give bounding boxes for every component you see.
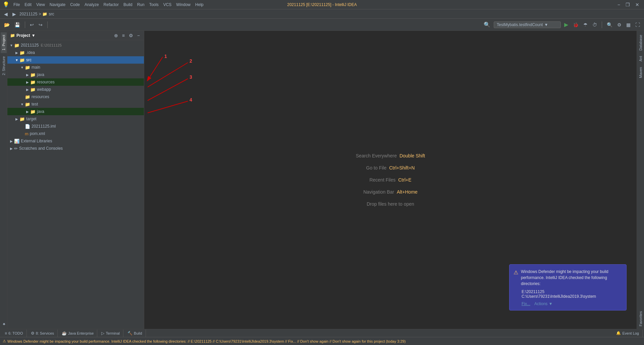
menu-file[interactable]: File xyxy=(11,2,22,8)
tree-item-iml[interactable]: 📄 20211125.iml xyxy=(7,123,144,130)
tree-arrow-webapp[interactable]: ▶ xyxy=(25,88,30,91)
minimize-button[interactable]: − xyxy=(615,1,622,8)
bottom-tab-terminal[interactable]: ▷ Terminal xyxy=(98,330,123,337)
tree-arrow-20211125[interactable]: ▼ xyxy=(9,44,14,47)
expand-button[interactable]: ⛶ xyxy=(634,21,641,29)
tree-item-java-test[interactable]: ▶ 📁 java xyxy=(7,108,144,115)
notification-dir-2: C:\Users\79231\IntelliJIdea2019.3\system xyxy=(522,294,622,299)
panel-settings-button[interactable]: ⚙ xyxy=(127,32,135,39)
hint-goto-shortcut: Ctrl+Shift+N xyxy=(389,165,415,170)
menu-view[interactable]: View xyxy=(34,2,47,8)
tree-label-src: src xyxy=(26,58,32,62)
bottom-tab-todo-label: 6: TODO xyxy=(8,331,23,335)
menu-code[interactable]: Code xyxy=(68,2,82,8)
maximize-button[interactable]: ❐ xyxy=(624,1,632,8)
panel-locate-button[interactable]: ⊕ xyxy=(113,32,119,39)
panel-collapse-button[interactable]: ≡ xyxy=(121,32,126,39)
menu-refactor[interactable]: Refactor xyxy=(102,2,121,8)
tree-item-webapp[interactable]: ▶ 📁 webapp xyxy=(7,86,144,93)
menu-tools[interactable]: Tools xyxy=(147,2,161,8)
search-button[interactable]: 🔍 xyxy=(605,21,614,29)
menu-navigate[interactable]: Navigate xyxy=(48,2,67,8)
title-bar-left: 💡 File Edit View Navigate Code Analyze R… xyxy=(3,1,206,8)
tree-item-pom[interactable]: m pom.xml xyxy=(7,130,144,137)
sidebar-item-project[interactable]: 1: Project xyxy=(1,32,7,53)
tree-item-resources-src[interactable]: 📁 resources xyxy=(7,93,144,100)
bottom-tab-services[interactable]: ⚙ 8: Services xyxy=(28,330,58,337)
sidebar-item-database[interactable]: Database xyxy=(638,32,644,53)
toolbar-redo-button[interactable]: ↪ xyxy=(37,21,44,29)
nav-forward-button[interactable]: ▶ xyxy=(11,10,17,18)
coverage-button[interactable]: ☂ xyxy=(582,21,589,29)
menu-bar[interactable]: File Edit View Navigate Code Analyze Ref… xyxy=(11,2,206,8)
breadcrumb-project[interactable]: 20211125 xyxy=(19,12,37,16)
tree-item-test[interactable]: ▼ 📁 test xyxy=(7,100,144,108)
run-config-selector[interactable]: TestMybatis.testfindCount ▼ xyxy=(494,21,561,28)
hint-goto-text: Go to File xyxy=(366,165,387,170)
run-config-dropdown-icon[interactable]: ▼ xyxy=(544,22,548,27)
services-icon: ⚙ xyxy=(31,331,35,336)
panel-title-dropdown[interactable]: ▼ xyxy=(32,33,36,38)
menu-vcs[interactable]: VCS xyxy=(161,2,174,8)
layout-button[interactable]: ▦ xyxy=(625,21,632,29)
menu-analyze[interactable]: Analyze xyxy=(83,2,101,8)
bottom-tab-build[interactable]: 🔨 Build xyxy=(124,330,146,337)
tree-item-target[interactable]: ▶ 📁 target xyxy=(7,115,144,123)
main-layout: 1: Project 2: Structure ★ 📁 Project ▼ ⊕ … xyxy=(0,31,644,329)
tree-item-src[interactable]: ▼ 📁 src xyxy=(7,56,144,64)
sidebar-item-favorites[interactable]: ★ xyxy=(0,319,7,329)
run-button[interactable]: ▶ xyxy=(563,20,570,29)
project-tree[interactable]: ▼ 📁 20211125 E:\20211125 ▶ 📁 .idea ▼ 📁 s… xyxy=(7,40,144,329)
bottom-tab-todo[interactable]: ≡ 6: TODO xyxy=(1,330,27,337)
tree-item-scratches[interactable]: ▶ ✏ Scratches and Consoles xyxy=(7,145,144,152)
tree-item-idea[interactable]: ▶ 📁 .idea xyxy=(7,49,144,56)
menu-run[interactable]: Run xyxy=(135,2,147,8)
notification-text: Windows Defender might be impacting your… xyxy=(521,269,622,287)
sidebar-item-structure[interactable]: 2: Structure xyxy=(1,54,7,78)
tree-arrow-ext-libs[interactable]: ▶ xyxy=(9,139,14,143)
toolbar-save-button[interactable]: 💾 xyxy=(13,21,21,29)
tree-arrow-idea[interactable]: ▶ xyxy=(14,51,19,55)
sidebar-item-favorites-right[interactable]: Favorites xyxy=(638,308,644,329)
tree-item-external-libraries[interactable]: ▶ 📊 External Libraries xyxy=(7,137,144,145)
toolbar-separator-2 xyxy=(47,21,48,28)
close-button[interactable]: ✕ xyxy=(633,1,641,8)
tree-item-20211125[interactable]: ▼ 📁 20211125 E:\20211125 xyxy=(7,42,144,49)
menu-help[interactable]: Help xyxy=(193,2,206,8)
bottom-tab-java-enterprise[interactable]: ☕ Java Enterprise xyxy=(58,330,97,337)
tree-item-main[interactable]: ▼ 📁 main xyxy=(7,64,144,71)
bottom-tab-services-label: 8: Services xyxy=(36,331,54,335)
tree-arrow-scratches[interactable]: ▶ xyxy=(9,147,14,150)
tree-arrow-src[interactable]: ▼ xyxy=(14,58,19,62)
tree-label-20211125: 20211125 xyxy=(21,43,39,48)
toolbar-open-button[interactable]: 📂 xyxy=(3,21,11,29)
tree-arrow-resources-main[interactable]: ▶ xyxy=(25,80,30,84)
settings-button[interactable]: ⚙ xyxy=(616,21,623,29)
toolbar-undo-button[interactable]: ↩ xyxy=(29,21,35,29)
tree-item-java-main[interactable]: ▶ 📁 java xyxy=(7,71,144,78)
tree-arrow-java-test[interactable]: ▶ xyxy=(25,110,30,114)
bottom-tab-event-log[interactable]: 🔔 Event Log xyxy=(613,330,643,337)
notification-actions-link[interactable]: Actions ▼ xyxy=(534,301,553,306)
tree-arrow-java-main[interactable]: ▶ xyxy=(25,73,30,77)
menu-edit[interactable]: Edit xyxy=(22,2,34,8)
menu-window[interactable]: Window xyxy=(174,2,193,8)
notification-dirs: E:\20211125 C:\Users\79231\IntelliJIdea2… xyxy=(522,289,622,299)
notification-fix-link[interactable]: Fix... xyxy=(522,301,530,306)
sidebar-item-maven[interactable]: Maven xyxy=(638,64,644,81)
tree-arrow-target[interactable]: ▶ xyxy=(14,117,19,121)
menu-build[interactable]: Build xyxy=(121,2,135,8)
window-controls[interactable]: − ❐ ✕ xyxy=(615,1,641,8)
tree-arrow-main[interactable]: ▼ xyxy=(19,66,25,69)
panel-close-button[interactable]: − xyxy=(136,32,141,39)
tree-arrow-test[interactable]: ▼ xyxy=(19,102,25,106)
sidebar-item-ant[interactable]: Ant xyxy=(638,53,644,64)
profile-button[interactable]: ⏱ xyxy=(591,21,598,29)
tree-item-resources-main[interactable]: ▶ 📁 resources xyxy=(7,78,144,86)
breadcrumb-src[interactable]: src xyxy=(49,12,54,16)
run-config-name: TestMybatis.testfindCount xyxy=(497,22,543,27)
nav-back-button[interactable]: ◀ xyxy=(3,10,9,18)
panel-header: 📁 Project ▼ ⊕ ≡ ⚙ − xyxy=(7,31,144,40)
debug-button[interactable]: 🐞 xyxy=(572,21,580,29)
search-everywhere-button[interactable]: 🔍 xyxy=(482,20,492,29)
